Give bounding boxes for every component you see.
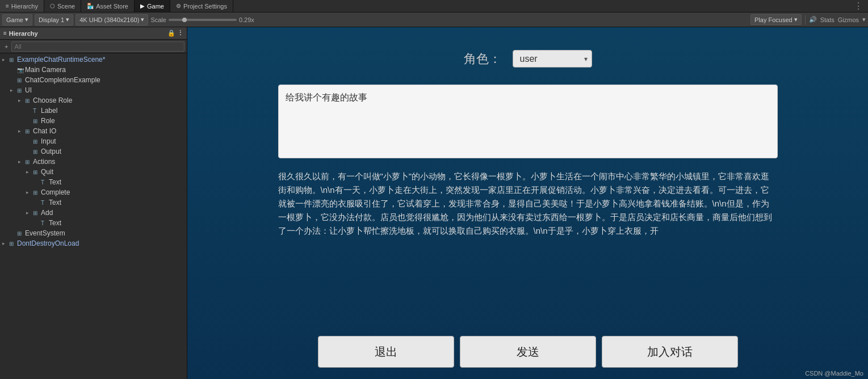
tree-item[interactable]: TText [0,218,187,228]
tree-label: Input [41,137,56,145]
tab-hierarchy-label: Hierarchy [11,3,38,10]
role-select-wrapper: user assistant system ▾ [513,50,592,68]
tab-project-settings[interactable]: ⚙ Project Settings [170,0,233,12]
tree-label: UI [25,86,32,94]
tree-node-icon: ⊞ [33,138,41,145]
tree-item[interactable]: ▸ ⊞Complete [0,187,187,197]
tree-node-icon: T [41,200,49,206]
tree-item[interactable]: ▸ ⊞Quit [0,167,187,177]
quit-button[interactable]: 退出 [318,336,454,368]
role-label: 角色： [464,50,501,68]
tree-item[interactable]: ▸ ⊞Choose Role [0,95,187,106]
tree-item[interactable]: ⊞Input [0,136,187,146]
tree-label: Add [41,209,53,217]
tree-node-icon: T [33,108,41,114]
tree-item[interactable]: ▸ ⊞UI [0,85,187,95]
tree-node-icon: 📷 [17,67,25,73]
hierarchy-lock-icon[interactable]: 🔒 [167,30,175,36]
play-focused-label: Play Focused [754,16,792,23]
asset-store-icon: 🏪 [87,3,94,9]
game-toolbar: Game ▾ Display 1 ▾ 4K UHD (3840x2160) ▾ … [0,12,868,27]
tree-node-icon: ⊞ [33,169,41,175]
tab-asset-store[interactable]: 🏪 Asset Store [81,0,135,12]
tree-node-icon: ⊞ [17,87,25,94]
hierarchy-tree: ▸ ⊞ExampleChatRuntimeScene* 📷Main Camera… [0,53,187,379]
hierarchy-panel: ≡ Hierarchy 🔒 ⋮ + ▸ ⊞ExampleChatRuntimeS… [0,27,187,379]
display-select[interactable]: Display 1 ▾ [35,14,73,26]
tree-item[interactable]: TText [0,197,187,208]
tab-scene-label: Scene [57,3,75,10]
hierarchy-more-icon[interactable]: ⋮ [177,30,183,36]
gizmos-dropdown-icon[interactable]: ▾ [862,16,866,23]
toolbar-separator [805,15,806,24]
tree-node-icon: ⊞ [33,149,41,155]
tree-item[interactable]: TText [0,177,187,187]
tree-label: Label [41,107,57,115]
tree-node-icon: ⊞ [17,77,25,83]
game-dropdown-icon: ▾ [25,16,28,23]
tab-asset-store-label: Asset Store [96,3,128,10]
tree-item[interactable]: ⊞ChatCompletionExample [0,75,187,85]
tree-label: Text [49,219,61,227]
scene-icon: ⬡ [50,3,55,9]
tree-arrow-icon: ▸ [26,189,33,195]
tree-item[interactable]: ▸ ⊞Add [0,208,187,218]
hierarchy-add-button[interactable]: + [2,43,10,50]
resolution-dropdown-icon: ▾ [141,16,144,23]
tree-node-icon: T [41,179,49,186]
tree-node-icon: ⊞ [25,159,33,165]
tree-arrow-icon: ▸ [26,210,33,216]
stats-button[interactable]: Stats [820,16,835,23]
tree-label: Actions [33,158,55,166]
scale-value: 0.29x [239,16,254,23]
tab-scene[interactable]: ⬡ Scene [44,0,81,12]
tree-item[interactable]: 📷Main Camera [0,65,187,75]
tree-item[interactable]: ⊞EventSystem [0,228,187,238]
tree-label: ChatCompletionExample [25,76,100,84]
game-label[interactable]: Game ▾ [2,14,32,26]
main-area: ≡ Hierarchy 🔒 ⋮ + ▸ ⊞ExampleChatRuntimeS… [0,27,868,379]
resolution-select[interactable]: 4K UHD (3840x2160) ▾ [76,14,148,26]
tree-node-icon: ⊞ [33,189,41,196]
tree-arrow-icon: ▸ [18,98,25,103]
tree-label: DontDestroyOnLoad [17,239,79,247]
tab-actions: ⋮ [852,1,868,11]
tree-node-icon: ⊞ [33,210,41,216]
project-settings-icon: ⚙ [176,3,181,9]
tree-item[interactable]: TLabel [0,106,187,116]
tree-item[interactable]: ▸ ⊞Actions [0,157,187,167]
chat-input-area[interactable]: 给我讲个有趣的故事 [278,85,778,158]
tree-node-icon: ⊞ [25,98,33,104]
role-select[interactable]: user assistant system [513,50,592,68]
scale-control: Scale 0.29x [150,16,254,23]
add-button[interactable]: 加入对话 [602,336,738,368]
audio-icon[interactable]: 🔊 [809,16,817,23]
chat-output-text: 很久很久以前，有一个叫做"小萝卜"的小动物，它长得像一根萝卜。小萝卜生活在一个闹… [278,171,772,235]
tree-item[interactable]: ⊞Output [0,146,187,157]
hierarchy-search-input[interactable] [14,43,182,50]
tree-label: Text [49,178,61,186]
tree-label: Complete [41,188,70,196]
tree-node-icon: ⊞ [17,230,25,237]
tree-item[interactable]: ▸ ⊞ExampleChatRuntimeScene* [0,54,187,65]
tree-item[interactable]: ⊞Role [0,116,187,126]
tree-item[interactable]: ▸ ⊞DontDestroyOnLoad [0,238,187,249]
hierarchy-header: ≡ Hierarchy 🔒 ⋮ [0,27,187,40]
hierarchy-toolbar: + [0,40,187,53]
tab-more-icon[interactable]: ⋮ [852,1,865,11]
gizmos-button[interactable]: Gizmos [838,16,859,23]
tree-label: Choose Role [33,96,72,104]
tree-item[interactable]: ▸ ⊞Chat IO [0,126,187,136]
tab-hierarchy[interactable]: ≡ Hierarchy [0,0,44,12]
tree-label: Main Camera [25,66,66,74]
top-tab-bar: ≡ Hierarchy ⬡ Scene 🏪 Asset Store ▶ Game… [0,0,868,12]
play-focused-button[interactable]: Play Focused ▾ [750,14,802,25]
scale-slider[interactable] [169,19,237,21]
send-button[interactable]: 发送 [460,336,596,368]
scale-thumb [182,18,187,22]
tree-label: Output [41,148,61,155]
hierarchy-search[interactable] [11,41,184,52]
tree-node-icon: ⊞ [9,241,17,247]
tab-game[interactable]: ▶ Game [135,0,170,12]
gizmos-area: 🔊 Stats Gizmos ▾ [809,16,866,23]
